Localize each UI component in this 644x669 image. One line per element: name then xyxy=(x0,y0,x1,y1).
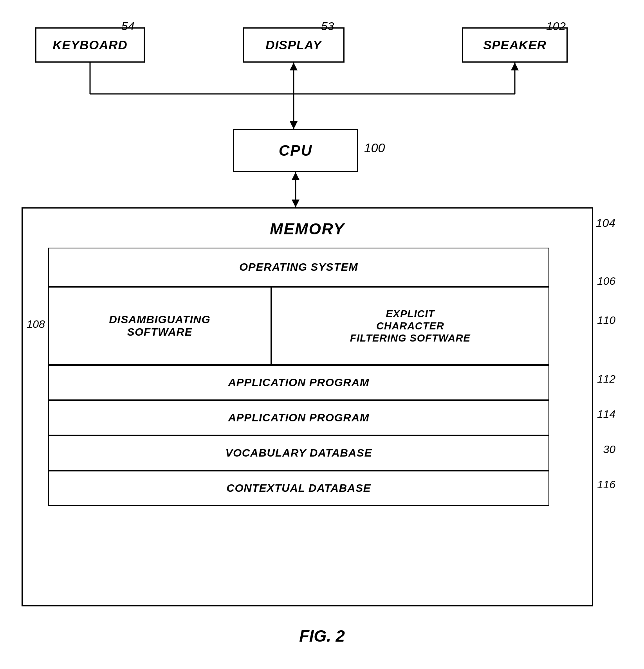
explicit-ref: 110 xyxy=(597,314,615,327)
memory-ref: 104 xyxy=(596,216,615,230)
fig-label: FIG. 2 xyxy=(0,627,644,646)
svg-marker-4 xyxy=(290,121,298,129)
cpu-ref: 100 xyxy=(364,141,385,155)
speaker-ref: 102 xyxy=(546,20,566,33)
memory-label: MEMORY xyxy=(23,220,592,238)
context-label: CONTEXTUAL DATABASE xyxy=(227,482,371,495)
cpu-box: CPU xyxy=(233,129,358,172)
app2-ref: 114 xyxy=(597,408,615,421)
app1-label: APPLICATION PROGRAM xyxy=(228,376,370,389)
disamb-label: DISAMBIGUATING SOFTWARE xyxy=(109,313,210,338)
context-box: CONTEXTUAL DATABASE xyxy=(48,471,549,506)
svg-marker-11 xyxy=(292,172,299,180)
app1-box: APPLICATION PROGRAM xyxy=(48,365,549,400)
app1-ref: 112 xyxy=(597,373,615,385)
os-box: OPERATING SYSTEM xyxy=(48,248,549,287)
app2-label: APPLICATION PROGRAM xyxy=(228,412,370,424)
display-label: DISPLAY xyxy=(265,38,321,52)
speaker-label: SPEAKER xyxy=(483,38,547,52)
os-label: OPERATING SYSTEM xyxy=(239,261,358,273)
explicit-label: EXPLICIT CHARACTER FILTERING SOFTWARE xyxy=(350,308,471,344)
explicit-box: EXPLICIT CHARACTER FILTERING SOFTWARE xyxy=(271,287,549,365)
keyboard-label: KEYBOARD xyxy=(52,38,127,52)
svg-marker-8 xyxy=(511,63,519,70)
vocab-ref: 30 xyxy=(603,443,615,456)
app2-box: APPLICATION PROGRAM xyxy=(48,400,549,435)
display-ref: 53 xyxy=(321,20,334,33)
context-ref: 116 xyxy=(597,478,615,491)
disamb-box: DISAMBIGUATING SOFTWARE xyxy=(48,287,271,365)
keyboard-ref: 54 xyxy=(121,20,134,33)
svg-marker-5 xyxy=(290,63,298,70)
vocab-box: VOCABULARY DATABASE xyxy=(48,435,549,471)
svg-marker-10 xyxy=(292,200,299,207)
vocab-label: VOCABULARY DATABASE xyxy=(225,447,372,459)
cpu-label: CPU xyxy=(279,142,312,159)
diagram: KEYBOARD 54 DISPLAY 53 SPEAKER 102 CPU 1… xyxy=(0,0,644,669)
os-ref: 106 xyxy=(597,275,615,288)
disamb-ref: 108 xyxy=(27,318,45,331)
memory-box: MEMORY 104 OPERATING SYSTEM 106 DISAMBIG… xyxy=(22,207,593,606)
